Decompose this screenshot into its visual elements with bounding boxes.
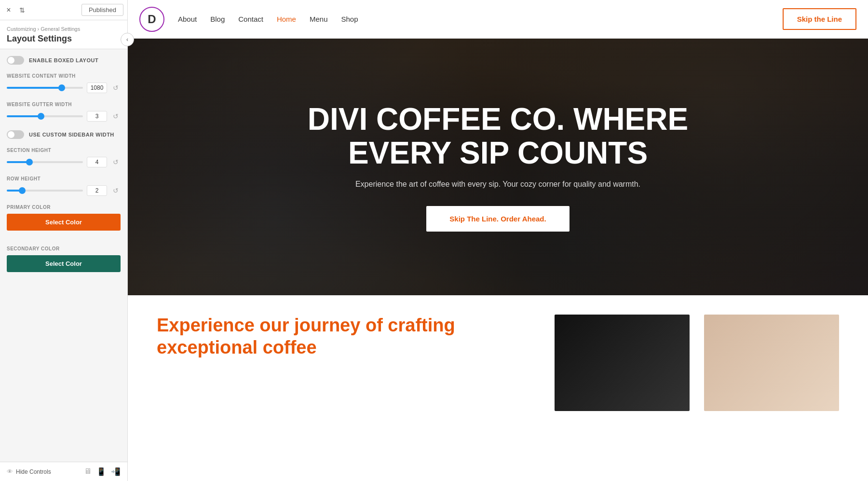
device-icons: 🖥 📱 📲 <box>84 467 121 476</box>
section-height-slider-row: ↺ <box>7 157 121 167</box>
row-height-track[interactable] <box>7 190 83 192</box>
nav-menu[interactable]: Menu <box>310 15 328 23</box>
gutter-width-fill <box>7 115 41 117</box>
row-height-input[interactable] <box>87 185 107 196</box>
below-text: Experience our journey of crafting excep… <box>157 315 540 462</box>
content-width-slider-row: ↺ <box>7 82 121 93</box>
page-title: Layout Settings <box>7 34 121 44</box>
site-logo: D <box>139 7 164 32</box>
sort-icon[interactable]: ⇅ <box>17 5 27 15</box>
hide-controls-button[interactable]: 👁 Hide Controls <box>7 468 51 475</box>
gutter-width-thumb[interactable] <box>38 113 44 120</box>
close-icon[interactable]: × <box>4 5 14 15</box>
hero-section: DIVI COFFEE CO. WHERE EVERY SIP COUNTS E… <box>128 39 868 295</box>
customizer-topbar: × ⇅ Published <box>0 0 127 20</box>
secondary-color-group: Secondary Color Select Color <box>7 246 121 272</box>
hide-controls-label: Hide Controls <box>16 468 51 475</box>
row-height-group: Row Height ↺ <box>7 176 121 196</box>
enable-boxed-label: Enable Boxed Layout <box>29 57 98 63</box>
secondary-color-label: Secondary Color <box>7 246 121 251</box>
preview-area: D About Blog Contact Home Menu Shop Skip… <box>128 0 868 481</box>
published-button[interactable]: Published <box>81 4 123 16</box>
row-height-slider-row: ↺ <box>7 185 121 196</box>
content-width-reset[interactable]: ↺ <box>111 83 121 93</box>
below-image-1 <box>555 315 690 411</box>
custom-sidebar-toggle[interactable] <box>7 130 24 139</box>
content-width-label: Website Content Width <box>7 73 121 79</box>
content-width-input[interactable] <box>87 82 107 93</box>
nav-about[interactable]: About <box>178 15 197 23</box>
hero-subtitle: Experience the art of coffee with every … <box>305 180 691 189</box>
gutter-width-track[interactable] <box>7 115 83 117</box>
gutter-width-reset[interactable]: ↺ <box>111 111 121 121</box>
enable-boxed-toggle[interactable] <box>7 56 24 65</box>
content-width-fill <box>7 87 62 89</box>
gutter-width-label: Website Gutter Width <box>7 102 121 107</box>
bottom-bar: 👁 Hide Controls 🖥 📱 📲 <box>0 462 127 481</box>
content-width-track[interactable] <box>7 87 83 89</box>
section-height-group: Section Height ↺ <box>7 148 121 167</box>
gutter-width-slider-row: ↺ <box>7 111 121 122</box>
customizer-panel: × ⇅ Published Customizing › General Sett… <box>0 0 128 481</box>
content-width-group: Website Content Width ↺ <box>7 73 121 93</box>
nav-shop[interactable]: Shop <box>341 15 358 23</box>
below-hero: Experience our journey of crafting excep… <box>128 295 868 481</box>
nav-contact[interactable]: Contact <box>238 15 263 23</box>
nav-blog[interactable]: Blog <box>210 15 225 23</box>
site-nav: About Blog Contact Home Menu Shop <box>178 15 358 23</box>
content-width-thumb[interactable] <box>58 84 65 91</box>
skip-the-line-header-button[interactable]: Skip the Line <box>783 8 856 30</box>
nav-home[interactable]: Home <box>277 15 296 23</box>
hero-cta-button[interactable]: Skip The Line. Order Ahead. <box>426 206 569 232</box>
row-height-reset[interactable]: ↺ <box>111 186 121 195</box>
row-height-thumb[interactable] <box>19 187 26 194</box>
row-height-label: Row Height <box>7 176 121 181</box>
below-image-2 <box>704 315 839 411</box>
tablet-icon[interactable]: 📱 <box>96 467 106 476</box>
secondary-color-button[interactable]: Select Color <box>7 255 121 272</box>
enable-boxed-layout-row: Enable Boxed Layout <box>7 56 121 65</box>
breadcrumb: Customizing › General Settings <box>7 26 121 32</box>
below-heading: Experience our journey of crafting excep… <box>157 315 540 358</box>
hero-content: DIVI COFFEE CO. WHERE EVERY SIP COUNTS E… <box>305 102 691 232</box>
section-height-reset[interactable]: ↺ <box>111 157 121 167</box>
section-height-thumb[interactable] <box>26 159 33 165</box>
site-header: D About Blog Contact Home Menu Shop Skip… <box>128 0 868 39</box>
desktop-icon[interactable]: 🖥 <box>84 467 92 476</box>
primary-color-group: Primary Color Select Color <box>7 205 121 237</box>
primary-color-button[interactable]: Select Color <box>7 214 121 231</box>
gutter-width-input[interactable] <box>87 111 107 122</box>
eye-icon: 👁 <box>7 468 13 475</box>
settings-content: Enable Boxed Layout Website Content Widt… <box>0 49 127 462</box>
custom-sidebar-row: Use Custom Sidebar Width <box>7 130 121 139</box>
hero-title: DIVI COFFEE CO. WHERE EVERY SIP COUNTS <box>305 102 691 170</box>
section-height-input[interactable] <box>87 157 107 167</box>
primary-color-label: Primary Color <box>7 205 121 210</box>
section-height-track[interactable] <box>7 161 83 163</box>
collapse-panel-button[interactable]: ‹ <box>121 33 134 46</box>
mobile-icon[interactable]: 📲 <box>111 467 121 476</box>
breadcrumb-area: Customizing › General Settings Layout Se… <box>0 20 127 49</box>
custom-sidebar-label: Use Custom Sidebar Width <box>29 132 114 137</box>
gutter-width-group: Website Gutter Width ↺ <box>7 102 121 122</box>
section-height-label: Section Height <box>7 148 121 153</box>
